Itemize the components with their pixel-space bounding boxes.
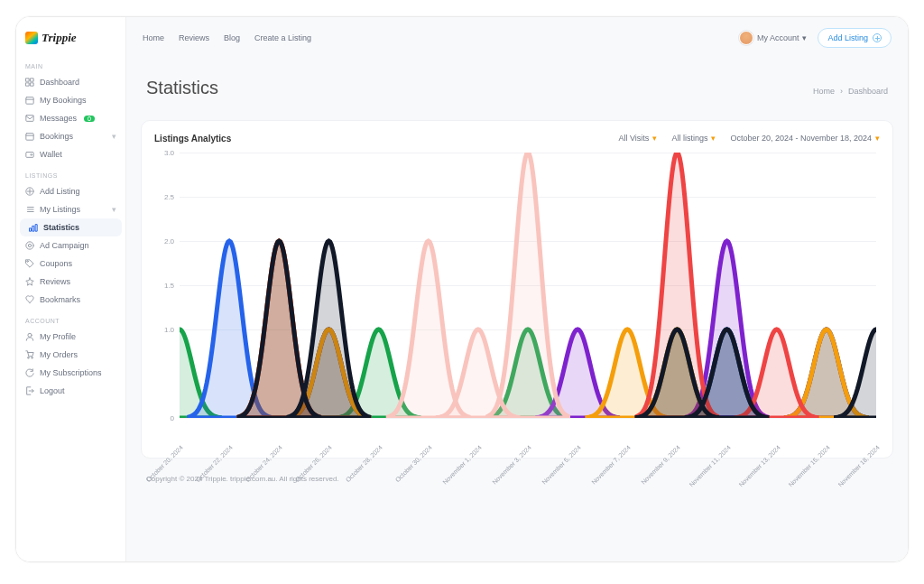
svg-rect-3 — [31, 83, 33, 86]
list-icon — [25, 205, 34, 214]
calendar-icon — [25, 96, 34, 105]
chevron-down-icon: ▾ — [112, 205, 116, 214]
svg-point-21 — [28, 244, 31, 246]
sidebar-item-reviews[interactable]: Reviews — [16, 273, 125, 291]
sidebar-item-mylistings[interactable]: My Listings▾ — [16, 200, 125, 218]
chart-icon — [29, 223, 38, 232]
svg-point-22 — [27, 261, 29, 263]
sidebar-item-label: My Profile — [40, 332, 76, 341]
sidebar-item-statistics[interactable]: Statistics — [20, 218, 122, 236]
sidebar-item-myprofile[interactable]: My Profile — [16, 328, 125, 346]
svg-rect-17 — [30, 228, 32, 231]
sidebar-item-label: Ad Campaign — [40, 241, 89, 250]
tag-icon — [25, 259, 34, 268]
chevron-right-icon: › — [840, 87, 843, 96]
y-tick: 0 — [171, 413, 174, 422]
svg-rect-2 — [26, 83, 29, 86]
svg-rect-18 — [32, 226, 34, 231]
svg-rect-19 — [36, 225, 38, 231]
topbar: HomeReviewsBlogCreate a Listing My Accou… — [126, 17, 908, 48]
filter-visits[interactable]: All Visits▾ — [619, 134, 658, 143]
svg-rect-7 — [26, 134, 33, 141]
sidebar-item-mybookings[interactable]: My Bookings — [16, 91, 125, 109]
chevron-down-icon: ▾ — [875, 134, 880, 143]
sidebar-item-bookmarks[interactable]: Bookmarks — [16, 291, 125, 309]
sidebar-item-label: Messages — [40, 114, 77, 123]
y-tick: 3.0 — [164, 148, 174, 156]
svg-rect-4 — [26, 97, 33, 105]
logo[interactable]: Trippie — [16, 26, 125, 54]
plot-area — [180, 153, 876, 418]
heart-icon — [25, 295, 34, 304]
sidebar-item-coupons[interactable]: Coupons — [16, 255, 125, 273]
add-listing-label: Add Listing — [827, 33, 868, 42]
breadcrumb-item[interactable]: Dashboard — [848, 87, 888, 96]
topnav-home[interactable]: Home — [143, 33, 164, 42]
grid-icon — [25, 78, 34, 87]
sidebar-item-myorders[interactable]: My Orders — [16, 346, 125, 364]
svg-rect-0 — [26, 79, 29, 81]
svg-point-25 — [28, 357, 30, 359]
sidebar-item-label: Bookmarks — [40, 295, 80, 304]
add-listing-button[interactable]: Add Listing — [818, 28, 892, 48]
topnav-blog[interactable]: Blog — [224, 33, 240, 42]
svg-point-20 — [26, 242, 33, 249]
logout-icon — [25, 386, 34, 395]
chevron-down-icon: ▾ — [652, 134, 657, 143]
chart: 01.01.52.02.53.0 October 20, 2024October… — [154, 153, 880, 450]
svg-point-26 — [32, 357, 33, 359]
svg-rect-1 — [31, 79, 33, 81]
user-icon — [25, 332, 34, 341]
sidebar: Trippie MAINDashboardMy BookingsMessages… — [16, 17, 126, 561]
series-F — [488, 153, 568, 418]
sidebar-group-title: MAIN — [16, 54, 125, 73]
content: HomeReviewsBlogCreate a Listing My Accou… — [126, 17, 908, 561]
sidebar-item-bookings[interactable]: Bookings▾ — [16, 127, 125, 145]
palm-icon — [25, 32, 38, 44]
sidebar-item-messages[interactable]: Messages0 — [16, 109, 125, 127]
sidebar-item-mysubs[interactable]: My Subscriptions — [16, 364, 125, 382]
chevron-down-icon: ▾ — [711, 134, 716, 143]
calendar-icon — [25, 132, 34, 141]
y-tick: 2.0 — [164, 236, 174, 245]
x-axis: October 20, 2024October 22, 2024October … — [180, 418, 876, 450]
svg-point-10 — [31, 154, 32, 156]
sidebar-item-label: Reviews — [40, 277, 70, 286]
star-icon — [25, 277, 34, 286]
y-tick: 1.5 — [164, 281, 174, 289]
sidebar-item-dashboard[interactable]: Dashboard — [16, 73, 125, 91]
page-title: Statistics — [146, 78, 218, 98]
sidebar-item-adcampaign[interactable]: Ad Campaign — [16, 236, 125, 255]
sidebar-item-wallet[interactable]: Wallet — [16, 145, 125, 163]
breadcrumb: Home › Dashboard — [813, 87, 888, 96]
card-title: Listings Analytics — [154, 134, 231, 144]
topnav-reviews[interactable]: Reviews — [179, 33, 209, 42]
breadcrumb-item[interactable]: Home — [813, 87, 835, 96]
sidebar-item-addlisting[interactable]: Add Listing — [16, 182, 125, 200]
sidebar-item-label: Dashboard — [40, 78, 79, 87]
sidebar-item-label: Statistics — [43, 223, 79, 232]
y-axis: 01.01.52.02.53.0 — [154, 153, 178, 418]
sidebar-item-label: My Orders — [40, 350, 78, 359]
mail-icon — [25, 114, 34, 123]
sidebar-group-title: LISTINGS — [16, 163, 125, 182]
svg-point-24 — [28, 333, 32, 337]
filter-listings[interactable]: All listings▾ — [671, 134, 716, 143]
badge: 0 — [84, 116, 95, 122]
account-menu[interactable]: My Account ▾ — [739, 31, 808, 45]
sidebar-item-logout[interactable]: Logout — [16, 382, 125, 400]
y-tick: 2.5 — [164, 192, 174, 200]
sidebar-item-label: Logout — [40, 386, 65, 395]
svg-marker-23 — [26, 278, 33, 285]
y-tick: 1.0 — [164, 325, 174, 333]
refresh-icon — [25, 368, 34, 377]
topnav-create[interactable]: Create a Listing — [254, 33, 311, 42]
plus-circle-icon — [873, 33, 882, 42]
sidebar-group-title: ACCOUNT — [16, 309, 125, 328]
filter-date-range[interactable]: October 20, 2024 - November 18, 2024▾ — [730, 134, 880, 143]
sidebar-item-label: Add Listing — [40, 187, 80, 196]
brand-name: Trippie — [42, 31, 77, 45]
chevron-down-icon: ▾ — [112, 132, 116, 141]
sidebar-item-label: My Listings — [40, 205, 80, 214]
sidebar-item-label: Wallet — [40, 150, 62, 159]
